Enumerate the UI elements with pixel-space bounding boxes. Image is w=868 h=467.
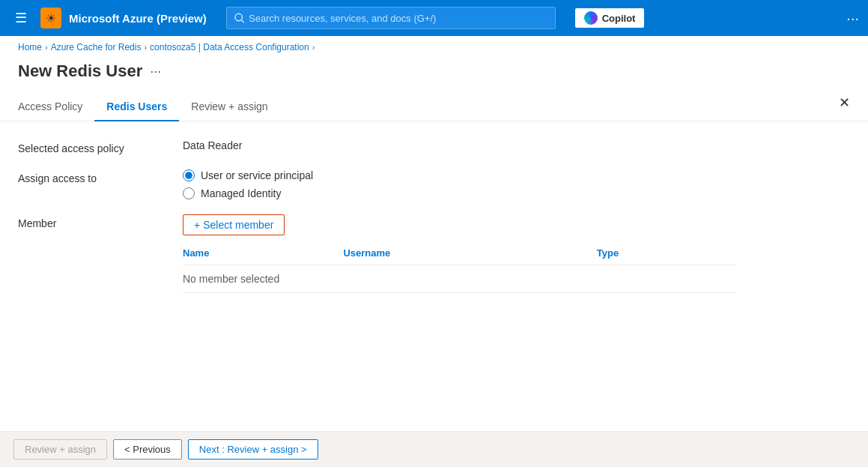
form-area: Selected access policy Data Reader Assig… (0, 139, 868, 293)
radio-user-service-label: User or service principal (201, 169, 313, 181)
member-table: Name Username Type No member selected (183, 241, 737, 293)
tab-redis-users[interactable]: Redis Users (94, 93, 179, 121)
member-label: Member (18, 214, 183, 229)
page-header: New Redis User ··· (0, 58, 868, 93)
select-member-plus-icon: + (194, 219, 200, 231)
member-table-header: Name Username Type (183, 241, 737, 265)
table-row-empty: No member selected (183, 265, 737, 293)
radio-user-or-service-principal[interactable]: User or service principal (183, 169, 850, 181)
top-navigation-bar: ☰ ☀ Microsoft Azure (Preview) Copilot ··… (0, 0, 868, 36)
breadcrumb-home[interactable]: Home (18, 42, 42, 52)
tab-access-policy[interactable]: Access Policy (18, 93, 94, 121)
select-member-label: Select member (203, 219, 273, 231)
col-name: Name (183, 241, 343, 265)
previous-button[interactable]: < Previous (113, 439, 182, 460)
assign-access-radio-group: User or service principal Managed Identi… (183, 169, 850, 199)
next-button[interactable]: Next : Review + assign > (188, 439, 318, 460)
page-title: New Redis User (18, 61, 142, 81)
hamburger-menu-icon[interactable]: ☰ (9, 4, 33, 32)
member-table-body: No member selected (183, 265, 737, 293)
col-type: Type (597, 241, 737, 265)
breadcrumb-data-access[interactable]: contosoza5 | Data Access Configuration (150, 42, 309, 52)
tabs-container: Access Policy Redis Users Review + assig… (0, 93, 868, 121)
assign-access-label: Assign access to (18, 169, 183, 184)
bottom-bar: Review + assign < Previous Next : Review… (0, 431, 868, 467)
selected-policy-label: Selected access policy (18, 139, 183, 154)
search-bar[interactable] (226, 7, 556, 29)
selected-policy-row: Selected access policy Data Reader (18, 139, 850, 154)
app-icon: ☀ (40, 7, 61, 28)
selected-policy-value: Data Reader (183, 136, 242, 151)
col-username: Username (343, 241, 596, 265)
copilot-icon (584, 11, 598, 25)
radio-user-service-input[interactable] (183, 169, 195, 181)
assign-access-row: Assign access to User or service princip… (18, 169, 850, 199)
topbar-more-icon[interactable]: ··· (846, 10, 859, 27)
select-member-button[interactable]: + Select member (183, 214, 285, 235)
member-row: Member + Select member Name Username Typ… (18, 214, 850, 293)
radio-managed-identity[interactable]: Managed Identity (183, 187, 850, 199)
review-assign-button: Review + assign (13, 439, 107, 460)
app-title: Microsoft Azure (Preview) (69, 12, 207, 25)
radio-managed-identity-label: Managed Identity (201, 187, 281, 199)
main-content: Home › Azure Cache for Redis › contosoza… (0, 36, 868, 467)
radio-managed-identity-input[interactable] (183, 187, 195, 199)
svg-line-1 (241, 20, 243, 22)
no-member-message: No member selected (183, 265, 737, 293)
breadcrumb-azure-cache[interactable]: Azure Cache for Redis (51, 42, 142, 52)
close-button[interactable]: ✕ (839, 96, 850, 109)
search-icon (234, 13, 244, 23)
page-more-icon[interactable]: ··· (150, 64, 161, 79)
tab-review-assign[interactable]: Review + assign (179, 93, 279, 121)
breadcrumb: Home › Azure Cache for Redis › contosoza… (0, 36, 868, 58)
copilot-button[interactable]: Copilot (575, 8, 645, 28)
search-input[interactable] (249, 13, 547, 24)
